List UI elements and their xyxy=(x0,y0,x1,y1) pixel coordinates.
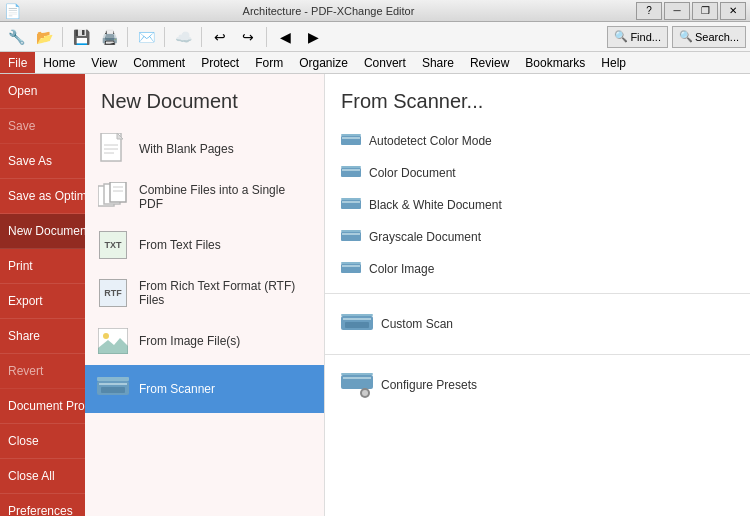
toolbar-cloud-icon[interactable]: ☁️ xyxy=(171,25,195,49)
panel-title: New Document xyxy=(85,74,324,125)
menu-item-form[interactable]: Form xyxy=(247,52,291,73)
sidebar-item-share[interactable]: Share xyxy=(0,319,85,354)
toolbar-search-area: 🔍 Find... 🔍 Search... xyxy=(607,26,746,48)
scanner-option-color-doc[interactable]: Color Document xyxy=(325,157,750,189)
svg-rect-33 xyxy=(341,314,373,316)
svg-rect-32 xyxy=(343,318,371,320)
svg-rect-17 xyxy=(342,137,360,139)
sidebar-item-export[interactable]: Export xyxy=(0,284,85,319)
scanner-divider-6 xyxy=(325,354,750,355)
scanner-option-label-autodetect: Autodetect Color Mode xyxy=(369,134,492,148)
menu-item-home[interactable]: Home xyxy=(35,52,83,73)
menu-item-comment[interactable]: Comment xyxy=(125,52,193,73)
scanner-option-autodetect[interactable]: Autodetect Color Mode xyxy=(325,125,750,157)
scanner-option-label-configure: Configure Presets xyxy=(381,378,477,392)
menu-item-bookmarks[interactable]: Bookmarks xyxy=(517,52,593,73)
toolbar-redo-icon[interactable]: ↪ xyxy=(236,25,260,49)
menu-item-convert[interactable]: Convert xyxy=(356,52,414,73)
main-layout: OpenSaveSave AsSave as OptimizedNew Docu… xyxy=(0,74,750,516)
scanner-option-custom-scan[interactable]: Custom Scan xyxy=(325,302,750,346)
sidebar-item-save[interactable]: Save xyxy=(0,109,85,144)
doc-item-label-combine: Combine Files into a Single PDF xyxy=(139,183,312,211)
menu-item-review[interactable]: Review xyxy=(462,52,517,73)
svg-rect-23 xyxy=(342,201,360,203)
window-title: Architecture - PDF-XChange Editor xyxy=(21,5,636,17)
window-controls[interactable]: ? ─ ❐ ✕ xyxy=(636,2,746,20)
search-icon: 🔍 xyxy=(679,30,693,43)
sidebar-item-save-optimized[interactable]: Save as Optimized xyxy=(0,179,85,214)
toolbar-undo-icon[interactable]: ↩ xyxy=(208,25,232,49)
doc-item-label-scanner: From Scanner xyxy=(139,382,215,396)
toolbar-icon-1[interactable]: 🔧 xyxy=(4,25,28,49)
doc-item-label-text: From Text Files xyxy=(139,238,221,252)
menu-bar: FileHomeViewCommentProtectFormOrganizeCo… xyxy=(0,52,750,74)
doc-item-text[interactable]: TXTFrom Text Files xyxy=(85,221,324,269)
doc-item-label-blank: With Blank Pages xyxy=(139,142,234,156)
scanner-option-label-custom-scan: Custom Scan xyxy=(381,317,453,331)
toolbar-email-icon[interactable]: ✉️ xyxy=(134,25,158,49)
menu-item-view[interactable]: View xyxy=(83,52,125,73)
doc-item-combine[interactable]: Combine Files into a Single PDF xyxy=(85,173,324,221)
toolbar: 🔧 📂 💾 🖨️ ✉️ ☁️ ↩ ↪ ◀ ▶ 🔍 Find... 🔍 Searc… xyxy=(0,22,750,52)
minimize-button[interactable]: ─ xyxy=(664,2,690,20)
scanner-option-bw-doc[interactable]: Black & White Document xyxy=(325,189,750,221)
menu-item-organize[interactable]: Organize xyxy=(291,52,356,73)
svg-rect-14 xyxy=(101,387,125,393)
menu-item-file[interactable]: File xyxy=(0,52,35,73)
svg-rect-30 xyxy=(341,262,361,264)
svg-rect-20 xyxy=(342,169,360,171)
sidebar-item-revert[interactable]: Revert xyxy=(0,354,85,389)
scanner-option-label-grayscale: Grayscale Document xyxy=(369,230,481,244)
sidebar-item-preferences[interactable]: Preferences xyxy=(0,494,85,516)
scanner-title: From Scanner... xyxy=(325,74,750,125)
toolbar-icon-2[interactable]: 📂 xyxy=(32,25,56,49)
doc-item-label-image: From Image File(s) xyxy=(139,334,240,348)
scanner-option-configure[interactable]: Configure Presets xyxy=(325,363,750,407)
find-label: Find... xyxy=(630,31,661,43)
toolbar-print-icon[interactable]: 🖨️ xyxy=(97,25,121,49)
toolbar-separator-2 xyxy=(127,27,128,47)
doc-item-rtf[interactable]: RTFFrom Rich Text Format (RTF) Files xyxy=(85,269,324,317)
right-panel: From Scanner... Autodetect Color ModeCol… xyxy=(325,74,750,516)
help-icon-titlebar[interactable]: ? xyxy=(636,2,662,20)
svg-rect-26 xyxy=(342,233,360,235)
restore-button[interactable]: ❐ xyxy=(692,2,718,20)
find-icon: 🔍 xyxy=(614,30,628,43)
scanner-option-label-color-doc: Color Document xyxy=(369,166,456,180)
sidebar-item-open[interactable]: Open xyxy=(0,74,85,109)
menu-item-help[interactable]: Help xyxy=(593,52,634,73)
svg-rect-21 xyxy=(341,166,361,168)
svg-rect-29 xyxy=(342,265,360,267)
menu-item-protect[interactable]: Protect xyxy=(193,52,247,73)
sidebar-item-new-document[interactable]: New Document xyxy=(0,214,85,249)
doc-item-image[interactable]: From Image File(s) xyxy=(85,317,324,365)
find-button[interactable]: 🔍 Find... xyxy=(607,26,668,48)
svg-rect-15 xyxy=(97,377,129,381)
svg-rect-36 xyxy=(343,377,371,379)
svg-rect-37 xyxy=(341,373,373,375)
scanner-option-color-image[interactable]: Color Image xyxy=(325,253,750,285)
scanner-option-label-bw-doc: Black & White Document xyxy=(369,198,502,212)
sidebar-item-close[interactable]: Close xyxy=(0,424,85,459)
svg-rect-7 xyxy=(110,182,126,202)
svg-point-11 xyxy=(103,333,109,339)
toolbar-forward-icon[interactable]: ▶ xyxy=(301,25,325,49)
toolbar-save-icon[interactable]: 💾 xyxy=(69,25,93,49)
menu-item-share[interactable]: Share xyxy=(414,52,462,73)
sidebar-item-close-all[interactable]: Close All xyxy=(0,459,85,494)
scanner-option-grayscale[interactable]: Grayscale Document xyxy=(325,221,750,253)
doc-item-blank[interactable]: With Blank Pages xyxy=(85,125,324,173)
toolbar-separator-4 xyxy=(201,27,202,47)
close-button[interactable]: ✕ xyxy=(720,2,746,20)
sidebar-item-print[interactable]: Print xyxy=(0,249,85,284)
left-panel: New Document With Blank PagesCombine Fil… xyxy=(85,74,325,516)
toolbar-separator-3 xyxy=(164,27,165,47)
sidebar-item-save-as[interactable]: Save As xyxy=(0,144,85,179)
search-button[interactable]: 🔍 Search... xyxy=(672,26,746,48)
title-bar: 📄 Architecture - PDF-XChange Editor ? ─ … xyxy=(0,0,750,22)
doc-item-scanner[interactable]: From Scanner xyxy=(85,365,324,413)
toolbar-back-icon[interactable]: ◀ xyxy=(273,25,297,49)
doc-item-label-rtf: From Rich Text Format (RTF) Files xyxy=(139,279,312,307)
sidebar-item-doc-props[interactable]: Document Properties xyxy=(0,389,85,424)
svg-rect-27 xyxy=(341,230,361,232)
